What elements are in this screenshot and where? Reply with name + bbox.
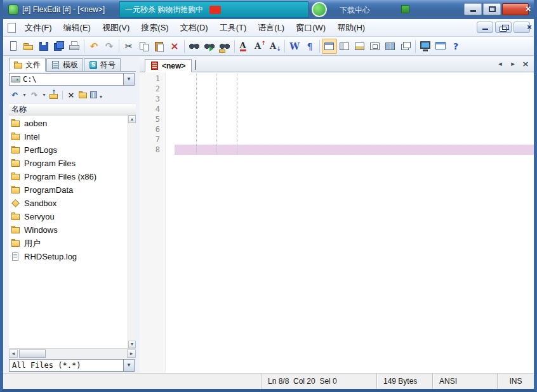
font-inc-button[interactable] bbox=[252, 39, 267, 54]
forward-menu-button[interactable] bbox=[41, 89, 48, 101]
window-title: [#] FlexEdit [#] - [<new>] bbox=[22, 5, 105, 14]
drive-dropdown-arrow-icon[interactable] bbox=[123, 74, 134, 85]
menu-item-5[interactable]: 文档(D) bbox=[175, 20, 214, 36]
file-filter-selector[interactable]: All Files (*.*) bbox=[9, 359, 135, 372]
folder-item[interactable]: 用户 bbox=[9, 237, 128, 250]
folder-item[interactable]: Sandbox bbox=[9, 197, 128, 210]
folder-item[interactable]: Intel bbox=[9, 130, 128, 143]
tab-close-icon[interactable] bbox=[521, 60, 530, 69]
editor-tab-new[interactable]: <new> bbox=[145, 59, 192, 72]
drive-path: C:\ bbox=[20, 74, 123, 85]
folder-item[interactable]: Servyou bbox=[9, 210, 128, 223]
item-name: RHDSetup.log bbox=[24, 252, 77, 261]
filter-dropdown-arrow-icon[interactable] bbox=[123, 360, 134, 371]
mdi-close-button[interactable] bbox=[514, 22, 530, 33]
cut-button[interactable] bbox=[121, 39, 136, 54]
line-number-gutter[interactable]: 12345678 bbox=[140, 72, 165, 373]
new-folder-button[interactable] bbox=[77, 89, 89, 101]
sidebar-tab-files[interactable]: 文件 bbox=[9, 58, 46, 72]
help-button[interactable] bbox=[448, 39, 463, 54]
folder-item[interactable]: Program Files (x86) bbox=[9, 170, 128, 183]
view-main-button[interactable] bbox=[322, 39, 337, 54]
menubar: 文件(F)编辑(E)视图(V)搜索(S)文档(D)工具(T)语言(L)窗口(W)… bbox=[3, 19, 534, 37]
scroll-right-icon[interactable] bbox=[127, 350, 136, 358]
tab-scroll-right-icon[interactable] bbox=[508, 60, 517, 69]
folder-item[interactable]: ProgramData bbox=[9, 183, 128, 197]
find-button[interactable] bbox=[187, 39, 202, 54]
copy-button[interactable] bbox=[136, 39, 152, 54]
titlebar[interactable]: [#] FlexEdit [#] - [<new>] 一元秒杀 购物街抢购中 下… bbox=[3, 0, 534, 19]
mdi-restore-button[interactable] bbox=[495, 22, 512, 33]
background-window-logo-icon[interactable] bbox=[312, 2, 327, 17]
view-tools-button[interactable] bbox=[352, 39, 368, 54]
mdi-minimize-button[interactable] bbox=[477, 22, 493, 33]
monitor-button[interactable] bbox=[418, 39, 433, 54]
menu-item-8[interactable]: 窗口(W) bbox=[290, 20, 331, 36]
font-button[interactable] bbox=[237, 39, 252, 54]
scroll-left-icon[interactable] bbox=[9, 350, 18, 358]
horizontal-scrollbar[interactable] bbox=[9, 348, 136, 358]
open-button[interactable] bbox=[21, 39, 36, 54]
views-menu-button[interactable] bbox=[90, 89, 102, 101]
horizontal-scroll-thumb[interactable] bbox=[19, 350, 46, 358]
screen-button[interactable] bbox=[433, 39, 448, 54]
delete-item-button[interactable] bbox=[65, 89, 77, 101]
wrap-button[interactable] bbox=[287, 39, 302, 54]
sidebar-tab-symbols[interactable]: 符号 bbox=[84, 58, 121, 71]
folder-item[interactable]: Windows bbox=[9, 223, 128, 237]
toolbar-separator bbox=[319, 40, 320, 53]
save-all-button[interactable] bbox=[51, 39, 67, 54]
back-button[interactable] bbox=[9, 89, 20, 101]
vertical-scroll-track[interactable] bbox=[128, 123, 136, 341]
mdi-minimize-icon bbox=[477, 22, 493, 32]
menu-item-2[interactable]: 编辑(E) bbox=[58, 20, 96, 36]
name-column-header[interactable]: 名称 bbox=[9, 103, 136, 115]
view-win-button[interactable] bbox=[368, 39, 383, 54]
view-arrange-button[interactable] bbox=[383, 39, 398, 54]
background-window-teal[interactable]: 一元秒杀 购物街抢购中 bbox=[119, 1, 308, 18]
font-dec-button[interactable] bbox=[267, 39, 282, 54]
toolbar bbox=[3, 37, 534, 56]
folder-item[interactable]: aoben bbox=[9, 117, 128, 130]
background-tray-icon[interactable] bbox=[401, 5, 409, 13]
para-button[interactable] bbox=[302, 39, 317, 54]
insert-mode[interactable]: INS bbox=[497, 374, 534, 389]
wrap-icon bbox=[288, 40, 301, 53]
vertical-scrollbar[interactable] bbox=[128, 115, 136, 348]
tab-scroll-left-icon[interactable] bbox=[496, 60, 505, 69]
sidebar-tab-label: 模板 bbox=[63, 60, 78, 70]
up-folder-button[interactable] bbox=[48, 89, 60, 101]
view-cascade-button[interactable] bbox=[398, 39, 413, 54]
menu-item-9[interactable]: 帮助(H) bbox=[331, 20, 371, 36]
close-button[interactable] bbox=[502, 3, 529, 15]
new-button[interactable] bbox=[6, 39, 21, 54]
print-button[interactable] bbox=[67, 39, 82, 54]
find-files-button[interactable] bbox=[217, 39, 232, 54]
paste-button[interactable] bbox=[152, 39, 167, 54]
save-button[interactable] bbox=[36, 39, 51, 54]
menu-item-7[interactable]: 语言(L) bbox=[252, 20, 290, 36]
minimize-button[interactable] bbox=[464, 3, 482, 15]
delete-button[interactable] bbox=[167, 39, 182, 54]
maximize-button[interactable] bbox=[483, 3, 501, 15]
menu-item-6[interactable]: 工具(T) bbox=[214, 20, 253, 36]
menu-item-3[interactable]: 视图(V) bbox=[96, 20, 135, 36]
redo-button[interactable] bbox=[102, 39, 117, 54]
menu-item-1[interactable]: 文件(F) bbox=[19, 20, 58, 36]
find-next-icon bbox=[203, 40, 216, 53]
text-area[interactable] bbox=[175, 72, 534, 373]
scroll-down-icon[interactable] bbox=[128, 341, 136, 348]
drive-selector[interactable]: C:\ bbox=[9, 73, 135, 86]
file-item[interactable]: RHDSetup.log bbox=[9, 250, 128, 263]
folder-item[interactable]: Program Files bbox=[9, 157, 128, 170]
undo-button[interactable] bbox=[86, 39, 102, 54]
back-menu-button[interactable] bbox=[21, 89, 28, 101]
forward-button[interactable] bbox=[29, 89, 40, 101]
scroll-up-icon[interactable] bbox=[128, 115, 136, 123]
menu-item-4[interactable]: 搜索(S) bbox=[135, 20, 174, 36]
bookmark-margin[interactable] bbox=[165, 72, 175, 373]
folder-item[interactable]: PerfLogs bbox=[9, 143, 128, 157]
sidebar-tab-templates[interactable]: 模板 bbox=[46, 58, 83, 71]
view-split-button[interactable] bbox=[337, 39, 352, 54]
find-next-button[interactable] bbox=[202, 39, 217, 54]
